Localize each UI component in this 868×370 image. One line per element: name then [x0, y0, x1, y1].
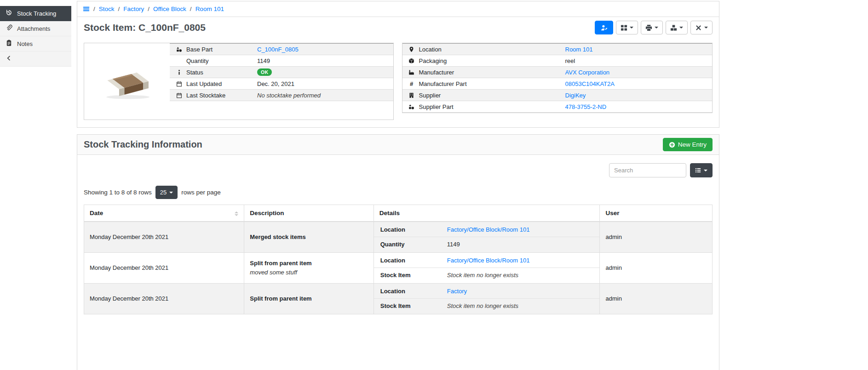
- breadcrumb-link-office-block[interactable]: Office Block: [153, 6, 186, 12]
- cell-date: Monday December 20th 2021: [84, 283, 244, 314]
- calendar-icon: [173, 81, 184, 87]
- columns-button[interactable]: [690, 163, 713, 177]
- chevron-down-icon: [704, 27, 708, 28]
- menu-icon[interactable]: [83, 6, 90, 12]
- quantity-value: 1149: [447, 241, 460, 248]
- cell-description: Merged stock items: [244, 222, 374, 252]
- breadcrumb-separator: /: [118, 6, 120, 12]
- detail-line-stock-item: Stock Item Stock item no longer exists: [374, 299, 600, 313]
- user-edit-icon: [601, 24, 608, 31]
- table-header-row: Date Description Details User: [84, 205, 713, 222]
- location-link[interactable]: Factory: [447, 288, 467, 295]
- last-stocktake-value: No stocktake performed: [257, 92, 393, 99]
- manufacturer-link[interactable]: AVX Corporation: [565, 69, 610, 76]
- sidebar-collapse-button[interactable]: [0, 51, 71, 67]
- breadcrumb-separator: /: [190, 6, 192, 12]
- last-updated-value: Dec. 20, 2021: [257, 80, 393, 87]
- item-details-right-table: Location Room 101 Packaging reel: [402, 43, 713, 113]
- user-actions-button[interactable]: [595, 21, 613, 34]
- calendar-icon: [173, 92, 184, 98]
- detail-row-status: Status OK: [170, 67, 393, 78]
- location-link[interactable]: Factory/Office Block/Room 101: [447, 226, 530, 233]
- manufacturer-part-link[interactable]: 08053C104KAT2A: [565, 80, 615, 87]
- item-actions-button[interactable]: [690, 21, 713, 34]
- breadcrumb-link-stock[interactable]: Stock: [99, 6, 115, 12]
- chevron-left-icon: [6, 55, 12, 63]
- search-input[interactable]: [609, 163, 686, 177]
- list-icon: [695, 167, 701, 173]
- table-row: Monday December 20th 2021 Merged stock i…: [84, 222, 713, 252]
- section-title: Stock Tracking Information: [84, 139, 202, 150]
- section-header: Stock Tracking Information New Entry: [77, 135, 719, 155]
- tracking-body: Showing 1 to 8 of 8 rows 25 rows per pag…: [77, 155, 719, 314]
- supplier-part-link[interactable]: 478-3755-2-ND: [565, 103, 607, 110]
- title-row: Stock Item: C_100nF_0805: [77, 17, 719, 37]
- breadcrumb-link-room-101[interactable]: Room 101: [195, 6, 224, 12]
- building-icon: [406, 92, 417, 98]
- history-icon: [6, 9, 12, 17]
- detail-row-manufacturer: Manufacturer AVX Corporation: [402, 67, 713, 78]
- pagination-summary: Showing 1 to 8 of 8 rows: [84, 189, 152, 196]
- item-details: Base Part C_100nF_0805 Quantity 1149: [77, 37, 719, 127]
- map-marker-icon: [406, 46, 417, 52]
- detail-row-supplier: Supplier DigiKey: [402, 90, 713, 101]
- box-icon: [406, 58, 417, 64]
- sidebar: Stock Tracking Attachments Notes: [0, 0, 71, 67]
- description-note: moved some stuff: [250, 269, 368, 276]
- cell-date: Monday December 20th 2021: [84, 222, 244, 252]
- cell-user: admin: [600, 222, 713, 252]
- item-details-right-panel: Location Room 101 Packaging reel: [402, 43, 713, 113]
- cell-user: admin: [600, 252, 713, 283]
- sidebar-item-label: Stock Tracking: [17, 10, 56, 17]
- table-row: Monday December 20th 2021 Split from par…: [84, 252, 713, 283]
- sidebar-item-label: Notes: [17, 40, 33, 47]
- grid-icon: [621, 24, 627, 31]
- clipboard-icon: [6, 40, 12, 48]
- stock-tracking-panel: Stock Tracking Information New Entry: [77, 134, 719, 370]
- industry-icon: [406, 69, 417, 75]
- printer-icon: [645, 24, 652, 31]
- cell-details: Location Factory/Office Block/Room 101 S…: [374, 252, 600, 283]
- location-link[interactable]: Factory/Office Block/Room 101: [447, 257, 530, 264]
- location-link[interactable]: Room 101: [565, 46, 593, 53]
- column-header-description: Description: [244, 205, 374, 222]
- plus-circle-icon: [669, 142, 675, 148]
- sidebar-item-notes[interactable]: Notes: [0, 36, 71, 51]
- capacitor-image: [98, 62, 156, 101]
- breadcrumb-link-factory[interactable]: Factory: [123, 6, 144, 12]
- app-root: Stock Tracking Attachments Notes: [0, 0, 868, 370]
- display-options-button[interactable]: [616, 21, 638, 34]
- chevron-down-icon: [630, 27, 633, 28]
- supplier-link[interactable]: DigiKey: [565, 92, 586, 99]
- tools-icon: [695, 24, 702, 31]
- quantity-value: 1149: [257, 57, 393, 64]
- detail-line-location: Location Factory/Office Block/Room 101: [374, 223, 600, 237]
- base-part-link[interactable]: C_100nF_0805: [257, 46, 299, 53]
- cell-user: admin: [600, 283, 713, 314]
- page-size-button[interactable]: 25: [155, 186, 178, 199]
- stock-item-panel: / Stock / Factory / Office Block / Room …: [77, 1, 719, 128]
- cell-description: Split from parent item: [244, 283, 374, 314]
- chevron-down-icon: [679, 27, 683, 28]
- new-entry-button[interactable]: New Entry: [663, 138, 713, 151]
- detail-row-manufacturer-part: # Manufacturer Part 08053C104KAT2A: [402, 78, 713, 90]
- column-header-date[interactable]: Date: [84, 205, 244, 222]
- cell-details: Location Factory Stock Item Stock item n…: [374, 283, 600, 314]
- detail-line-quantity: Quantity 1149: [374, 237, 600, 251]
- detail-row-supplier-part: Supplier Part 478-3755-2-ND: [402, 101, 713, 113]
- breadcrumb-separator: /: [148, 6, 149, 12]
- cell-details: Location Factory/Office Block/Room 101 Q…: [374, 222, 600, 252]
- sidebar-item-attachments[interactable]: Attachments: [0, 21, 71, 36]
- print-actions-button[interactable]: [641, 21, 663, 34]
- cell-date: Monday December 20th 2021: [84, 252, 244, 283]
- detail-row-location: Location Room 101: [402, 44, 713, 55]
- stock-actions-button[interactable]: [666, 21, 688, 34]
- table-row: Monday December 20th 2021 Split from par…: [84, 283, 713, 314]
- stock-item-missing-value: Stock item no longer exists: [447, 302, 518, 309]
- pagination: Showing 1 to 8 of 8 rows 25 rows per pag…: [84, 186, 713, 199]
- page-title: Stock Item: C_100nF_0805: [84, 22, 206, 33]
- breadcrumb: / Stock / Factory / Office Block / Room …: [77, 1, 719, 17]
- sidebar-item-stock-tracking[interactable]: Stock Tracking: [0, 6, 71, 21]
- table-controls: [84, 163, 713, 177]
- packaging-value: reel: [565, 57, 713, 64]
